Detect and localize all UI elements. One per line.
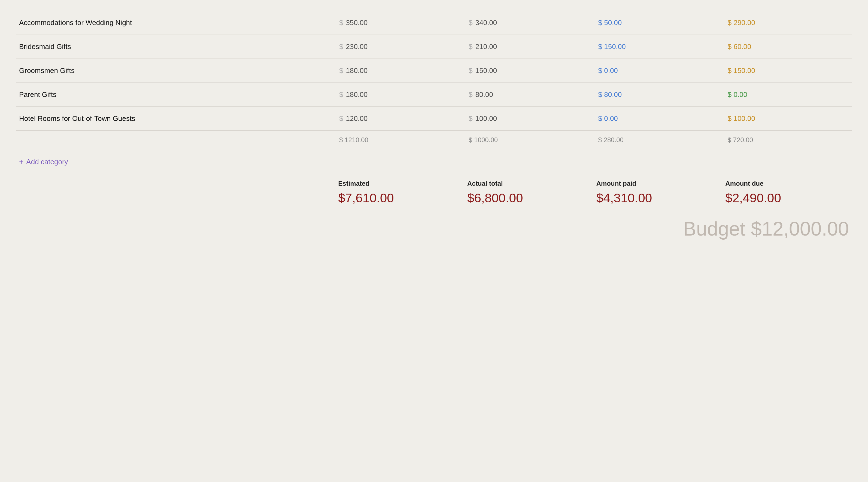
row-estimated: $350.00 (334, 11, 463, 35)
total-estimated: $7,610.00 (333, 190, 462, 206)
budget-total: Budget $12,000.00 (17, 218, 851, 240)
add-category-button[interactable]: + Add category (19, 157, 68, 166)
table-row: Hotel Rooms for Out-of-Town Guests $120.… (17, 107, 851, 131)
table-row: Groomsmen Gifts $180.00 $150.00 $ 0.00 $… (17, 59, 851, 83)
totals-values-row: $7,610.00 $6,800.00 $4,310.00 $2,490.00 (17, 190, 851, 206)
totals-values: $7,610.00 $6,800.00 $4,310.00 $2,490.00 (333, 190, 849, 206)
budget-table: Accommodations for Wedding Night $350.00… (17, 11, 851, 174)
row-actual: $80.00 (463, 83, 593, 107)
dollar-icon: $ (469, 66, 472, 75)
dollar-icon: $ (339, 19, 343, 27)
row-actual: $100.00 (463, 107, 593, 131)
totals-section: Estimated Actual total Amount paid Amoun… (17, 180, 851, 240)
row-paid: $ 150.00 (593, 35, 722, 59)
plus-icon: + (19, 157, 24, 166)
subtotal-row: $ 1210.00 $ 1000.00 $ 280.00 $ 720.00 (17, 131, 851, 150)
table-row: Parent Gifts $180.00 $80.00 $ 80.00 $ 0.… (17, 83, 851, 107)
row-name: Parent Gifts (17, 83, 334, 107)
totals-header-row: Estimated Actual total Amount paid Amoun… (17, 180, 851, 187)
subtotal-due: $ 720.00 (722, 131, 851, 150)
row-estimated: $120.00 (334, 107, 463, 131)
dollar-icon: $ (339, 90, 343, 99)
row-paid: $ 80.00 (593, 83, 722, 107)
row-estimated: $180.00 (334, 59, 463, 83)
subtotal-estimated: $ 1210.00 (334, 131, 463, 150)
dollar-icon: $ (339, 42, 343, 51)
actual-header: Actual total (462, 180, 591, 187)
add-category-row: + Add category (17, 149, 851, 174)
row-actual: $150.00 (463, 59, 593, 83)
dollar-icon: $ (339, 115, 343, 123)
total-paid: $4,310.00 (591, 190, 720, 206)
row-name: Groomsmen Gifts (17, 59, 334, 83)
subtotal-actual: $ 1000.00 (463, 131, 593, 150)
estimated-header: Estimated (333, 180, 462, 187)
row-actual: $210.00 (463, 35, 593, 59)
subtotal-paid: $ 280.00 (593, 131, 722, 150)
dollar-icon: $ (469, 90, 472, 99)
dollar-icon: $ (469, 115, 472, 123)
row-estimated: $180.00 (334, 83, 463, 107)
add-category-label: Add category (26, 158, 68, 166)
row-name: Hotel Rooms for Out-of-Town Guests (17, 107, 334, 131)
row-due: $ 100.00 (722, 107, 851, 131)
row-name: Accommodations for Wedding Night (17, 11, 334, 35)
row-paid: $ 50.00 (593, 11, 722, 35)
row-paid: $ 0.00 (593, 107, 722, 131)
total-actual: $6,800.00 (462, 190, 591, 206)
row-due: $ 0.00 (722, 83, 851, 107)
row-estimated: $230.00 (334, 35, 463, 59)
row-due: $ 60.00 (722, 35, 851, 59)
row-due: $ 290.00 (722, 11, 851, 35)
dollar-icon: $ (469, 42, 472, 51)
total-due: $2,490.00 (720, 190, 849, 206)
row-name: Bridesmaid Gifts (17, 35, 334, 59)
dollar-icon: $ (339, 66, 343, 75)
totals-divider (334, 212, 851, 212)
totals-headers: Estimated Actual total Amount paid Amoun… (333, 180, 849, 187)
paid-header: Amount paid (591, 180, 720, 187)
table-row: Bridesmaid Gifts $230.00 $210.00 $ 150.0… (17, 35, 851, 59)
row-due: $ 150.00 (722, 59, 851, 83)
dollar-icon: $ (469, 19, 472, 27)
row-actual: $340.00 (463, 11, 593, 35)
table-row: Accommodations for Wedding Night $350.00… (17, 11, 851, 35)
due-header: Amount due (720, 180, 849, 187)
row-paid: $ 0.00 (593, 59, 722, 83)
